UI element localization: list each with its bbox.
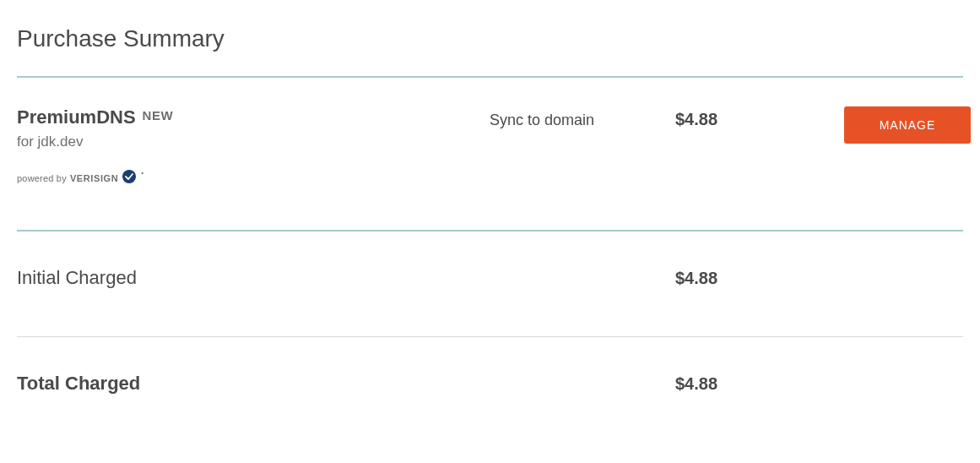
initial-charged-row: Initial Charged $4.88 xyxy=(17,232,963,336)
svg-point-0 xyxy=(122,170,136,183)
product-name: PremiumDNS xyxy=(17,106,136,128)
new-badge: NEW xyxy=(143,108,174,123)
product-column: PremiumDNS NEW for jdk.dev powered by VE… xyxy=(17,106,490,188)
duration-column: Sync to domain xyxy=(490,106,675,129)
line-item: PremiumDNS NEW for jdk.dev powered by VE… xyxy=(17,78,963,230)
manage-button[interactable]: MANAGE xyxy=(844,106,971,144)
initial-charged-label: Initial Charged xyxy=(17,267,490,289)
product-name-row: PremiumDNS NEW xyxy=(17,106,490,128)
action-column: MANAGE xyxy=(836,106,971,144)
powered-by-text: powered by xyxy=(17,173,67,183)
registered-mark: • xyxy=(141,169,143,177)
initial-charged-price: $4.88 xyxy=(675,269,836,288)
purchase-summary: Purchase Summary PremiumDNS NEW for jdk.… xyxy=(0,0,980,463)
price-column: $4.88 xyxy=(675,106,836,129)
total-charged-price: $4.88 xyxy=(675,374,836,394)
total-charged-label: Total Charged xyxy=(17,373,490,395)
powered-by-row: powered by VERISIGN • xyxy=(17,169,490,188)
total-charged-row: Total Charged $4.88 xyxy=(17,337,963,442)
powered-by-brand: VERISIGN xyxy=(70,173,118,183)
product-subtitle: for jdk.dev xyxy=(17,133,490,150)
for-prefix: for xyxy=(17,133,38,150)
verisign-icon xyxy=(122,169,137,188)
product-domain: jdk.dev xyxy=(38,133,84,150)
page-title: Purchase Summary xyxy=(17,25,963,52)
